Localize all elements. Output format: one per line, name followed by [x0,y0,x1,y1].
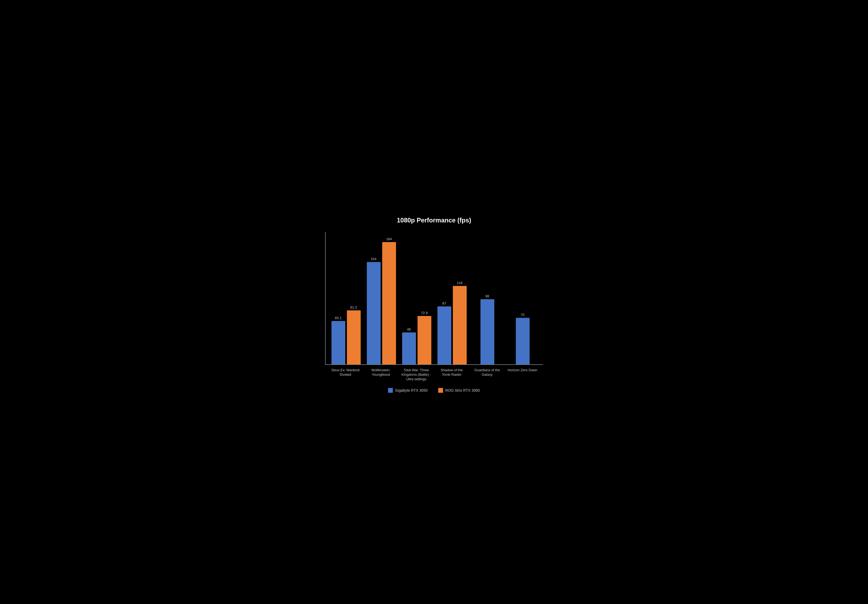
orange-bar-1 [382,242,396,364]
x-label-4: Guardians of theGalaxy [469,367,505,383]
legend-swatch-blue [388,388,393,393]
bar-group-0: 65.181.2 [328,305,364,364]
blue-bar-label-4: 98 [485,294,489,298]
blue-bar-wrap-2: 48 [402,328,416,364]
blue-bar-label-1: 154 [371,257,377,261]
orange-bar-wrap-2: 72.9 [417,311,431,364]
orange-bar-label-0: 81.2 [350,305,357,309]
legend-label-orange: ROG Strix RTX 3060 [445,388,480,393]
orange-bar-2 [417,316,431,364]
blue-bar-label-2: 48 [407,328,411,331]
blue-bar-0 [332,321,345,364]
orange-bar-wrap-1: 184 [382,237,396,364]
blue-bar-5 [516,318,530,364]
bar-group-5: 70 [505,313,540,364]
x-label-5: Horizon Zero Dawn [505,367,540,383]
x-label-3: Shadow of theTomb Raider [434,367,469,383]
x-label-1: Wolfenstein:Youngblood [363,367,398,383]
blue-bar-label-0: 65.1 [335,316,342,320]
orange-bar-label-3: 118 [457,281,463,285]
bar-pair-5: 70 [505,313,540,364]
orange-bar-wrap-3: 118 [453,281,467,364]
orange-bar-3 [453,286,467,364]
blue-bar-wrap-5: 70 [516,313,530,364]
x-label-2: Total War: ThreeKingdoms (Battle) -Ultra… [399,367,434,383]
bar-pair-4: 98 [470,294,505,364]
bar-pair-1: 154184 [364,237,399,364]
orange-bar-label-1: 184 [386,237,392,241]
legend-swatch-orange [438,388,443,393]
blue-bar-2 [402,332,416,364]
bar-pair-2: 4872.9 [399,311,434,364]
blue-bar-4 [480,299,494,364]
blue-bar-wrap-4: 98 [480,294,494,364]
blue-bar-1 [367,262,381,364]
blue-bar-3 [437,306,451,364]
bar-group-4: 98 [470,294,505,364]
bar-pair-0: 65.181.2 [328,305,364,364]
blue-bar-label-3: 87 [442,301,446,305]
x-label-0: Deus Ex: MankindDivided [328,367,363,383]
blue-bar-wrap-3: 87 [437,301,451,364]
orange-bar-wrap-0: 81.2 [347,305,361,364]
chart-title: 1080p Performance (fps) [325,217,543,224]
bar-pair-3: 87118 [434,281,470,364]
legend: Gigabyte RTX 3050 ROG Strix RTX 3060 [325,388,543,393]
blue-bar-label-5: 70 [521,313,524,317]
chart-area: 65.181.21541844872.9871189870 Deus Ex: M… [325,232,543,383]
orange-bar-0 [347,311,361,364]
blue-bar-wrap-0: 65.1 [332,316,345,364]
blue-bar-wrap-1: 154 [367,257,381,364]
legend-label-blue: Gigabyte RTX 3050 [395,388,428,393]
orange-bar-label-2: 72.9 [421,311,428,315]
chart-container: 1080p Performance (fps) 65.181.215418448… [315,206,553,398]
legend-item-blue: Gigabyte RTX 3050 [388,388,428,393]
bar-group-1: 154184 [364,237,399,364]
x-labels: Deus Ex: MankindDividedWolfenstein:Young… [325,367,543,383]
bars-wrapper: 65.181.21541844872.9871189870 [325,232,543,365]
bar-group-3: 87118 [434,281,470,364]
bar-group-2: 4872.9 [399,311,434,364]
legend-item-orange: ROG Strix RTX 3060 [438,388,480,393]
